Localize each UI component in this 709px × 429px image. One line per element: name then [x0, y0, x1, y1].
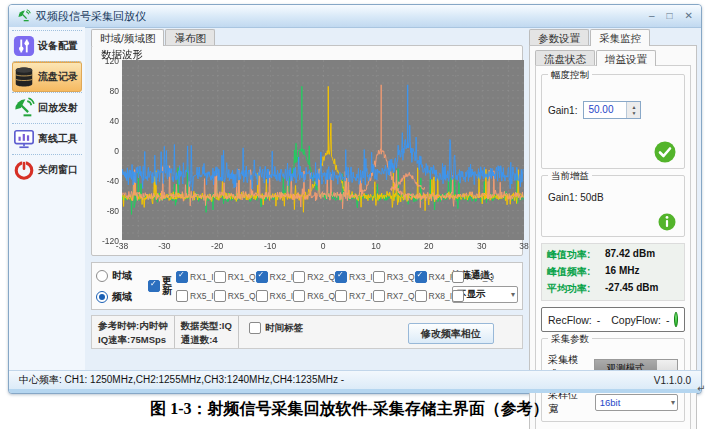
- x-tick-label: 0: [321, 241, 326, 251]
- checkbox-box: [293, 290, 305, 302]
- channel-label: RX5_I: [190, 291, 214, 301]
- channel-checkbox-RX2_Q[interactable]: RX2_Q: [293, 271, 335, 283]
- monitor-subtabs: 流盘状态增益设置: [535, 50, 691, 66]
- sidebar-item-device-config[interactable]: 设备配置: [12, 30, 82, 61]
- gain1-spinbox[interactable]: 50.00 ▲▼: [583, 101, 641, 119]
- radio-circle: [96, 270, 108, 282]
- channel-checkbox-RX3_I[interactable]: RX3_I: [335, 271, 373, 283]
- current-gain-group-title: 当前增益: [548, 170, 592, 183]
- minimize-button[interactable]: –: [649, 11, 655, 21]
- x-tick-label: 38: [519, 241, 528, 251]
- title-bar[interactable]: 双频段信号采集回放仪 – □ ✕: [9, 5, 701, 28]
- time-tag-checkbox[interactable]: 时间标签: [249, 321, 303, 335]
- checkbox-box: [293, 271, 305, 283]
- channel-checkbox-RX4_I[interactable]: RX4_I: [415, 271, 453, 283]
- update-checkbox[interactable]: 更新: [148, 276, 174, 297]
- info-icon[interactable]: [658, 213, 676, 231]
- sidebar-item-label: 离线工具: [38, 132, 78, 146]
- amplitude-group: 幅度控制 Gain1: 50.00 ▲▼: [541, 74, 685, 169]
- channel-checkbox-RX8_I[interactable]: RX8_I: [415, 290, 453, 302]
- clock-info-panel: 参考时钟:内时钟 IQ速率:75MSps: [92, 316, 175, 348]
- y-tick-label: 0: [114, 146, 119, 156]
- monitor-chart-icon: [13, 128, 35, 150]
- center-frequency-text: 中心频率: CH1: 1250MHz,CH2:1255MHz,CH3:1240M…: [19, 373, 344, 387]
- copyflow-value: -: [666, 314, 670, 326]
- channel-label: RX3_I: [349, 272, 373, 282]
- checkbox-box: [148, 280, 160, 292]
- sidebar-item-offline-tools[interactable]: 离线工具: [12, 123, 82, 154]
- tab-waterfall[interactable]: 瀑布图: [165, 29, 215, 46]
- channel-checkbox-RX6_Q[interactable]: RX6_Q: [293, 290, 335, 302]
- measurement-row: 平均功率:-27.45 dBm: [547, 282, 679, 296]
- recflow-value: -: [597, 314, 601, 326]
- acquisition-info-row: 参考时钟:内时钟 IQ速率:75MSps 数据类型:IQ 通道数:4 时间标签 …: [91, 315, 523, 349]
- channel-checkbox-RX1_I[interactable]: RX1_I: [176, 271, 214, 283]
- measurement-label: 峰值功率:: [547, 248, 605, 262]
- update-label: 更新: [162, 276, 173, 297]
- channel-checkbox-RX2_I[interactable]: RX2_I: [256, 271, 294, 283]
- channel-checkbox-RX7_Q[interactable]: RX7_Q: [373, 290, 415, 302]
- tab-param-settings[interactable]: 参数设置: [529, 29, 589, 46]
- power-icon: [13, 159, 35, 181]
- figure-caption: 图 1-3：射频信号采集回放软件-采集存储主界面（参考）↵: [0, 399, 709, 420]
- sidebar: 设备配置流盘记录回放发射离线工具关闭窗口: [9, 27, 85, 371]
- apply-check-icon[interactable]: [654, 141, 676, 163]
- channel-label: RX6_Q: [307, 291, 335, 301]
- right-panel: 参数设置采集监控 流盘状态增益设置 幅度控制 Gain1: 50.00 ▲▼: [527, 27, 701, 371]
- measurement-row: 峰值频率:16 MHz: [547, 265, 679, 279]
- view-tabs: 时域/频域图瀑布图: [91, 29, 523, 46]
- spinner-arrows-icon[interactable]: ▲▼: [626, 102, 640, 118]
- window-title: 双频段信号采集回放仪: [36, 9, 146, 24]
- checkbox-box: [335, 290, 347, 302]
- sidebar-item-label: 回放发射: [38, 101, 78, 115]
- acquisition-group-title: 采集参数: [548, 333, 592, 346]
- subtab-gain-settings[interactable]: 增益设置: [596, 50, 656, 66]
- channel-label: RX7_Q: [387, 291, 415, 301]
- checkbox-box: [214, 271, 226, 283]
- right-tabs: 参数设置采集监控: [529, 29, 697, 46]
- main-area: 时域/频域图瀑布图 数据波形 12080400-40-80-120 -38-30…: [85, 27, 527, 371]
- window-bottom-strip: [9, 389, 701, 393]
- flow-status-dot: [674, 312, 678, 327]
- chart-row: 12080400-40-80-120: [96, 60, 516, 240]
- paragraph-mark: ↵: [549, 403, 559, 417]
- copyflow-label: CopyFlow:: [611, 314, 661, 326]
- measurement-value: 87.42 dBm: [605, 248, 655, 262]
- recflow-label: RecFlow:: [548, 314, 592, 326]
- channel-checkbox-grid: RX1_IRX1_QRX2_IRX2_QRX3_IRX3_QRX4_IRX4_Q…: [176, 267, 450, 305]
- maximize-button[interactable]: □: [667, 11, 673, 21]
- tab-acq-monitor[interactable]: 采集监控: [590, 29, 650, 46]
- page: { "window": { "title": "双频段信号采集回放仪", "co…: [0, 0, 709, 429]
- sidebar-item-playback-transmit[interactable]: 回放发射: [12, 92, 82, 123]
- channel-checkbox-RX5_Q[interactable]: RX5_Q: [214, 290, 256, 302]
- sidebar-item-label: 设备配置: [38, 39, 78, 53]
- version-text: V1.1.0.0: [654, 375, 691, 386]
- channel-checkbox-RX1_Q[interactable]: RX1_Q: [214, 271, 256, 283]
- y-tick-label: 80: [110, 86, 119, 96]
- channel-label: RX5_Q: [228, 291, 256, 301]
- amplitude-group-title: 幅度控制: [548, 69, 592, 82]
- current-gain-text: Gain1: 50dB: [548, 192, 678, 203]
- data-type-text: 数据类型:IQ: [181, 319, 232, 333]
- checkbox-box: [373, 290, 385, 302]
- channel-label: RX6_I: [270, 291, 294, 301]
- channel-checkbox-RX5_I[interactable]: RX5_I: [176, 290, 214, 302]
- checkbox-box: [452, 290, 464, 302]
- measurement-value: -27.45 dBm: [605, 282, 658, 296]
- channel-checkbox-RX3_Q[interactable]: RX3_Q: [373, 271, 415, 283]
- freq-domain-radio[interactable]: 频域: [96, 290, 146, 304]
- close-button[interactable]: ✕: [685, 11, 693, 21]
- sidebar-item-stream-record[interactable]: 流盘记录: [12, 61, 82, 92]
- measurements-panel: 峰值功率:87.42 dBm峰值频率:16 MHz平均功率:-27.45 dBm: [541, 243, 685, 301]
- subtab-stream-status[interactable]: 流盘状态: [535, 50, 595, 66]
- channel-label: RX1_I: [190, 272, 214, 282]
- modify-freq-phase-button[interactable]: 修改频率相位: [408, 323, 494, 344]
- channel-checkbox-RX6_I[interactable]: RX6_I: [256, 290, 294, 302]
- sidebar-item-label: 关闭窗口: [38, 163, 78, 177]
- channel-checkbox-RX7_I[interactable]: RX7_I: [335, 290, 373, 302]
- time-domain-radio[interactable]: 时域: [96, 269, 146, 283]
- sidebar-item-close-window[interactable]: 关闭窗口: [12, 154, 82, 185]
- checkbox-box: [415, 290, 427, 302]
- window-body: 设备配置流盘记录回放发射离线工具关闭窗口 时域/频域图瀑布图 数据波形 1208…: [9, 27, 701, 371]
- tab-time-freq[interactable]: 时域/频域图: [91, 29, 164, 46]
